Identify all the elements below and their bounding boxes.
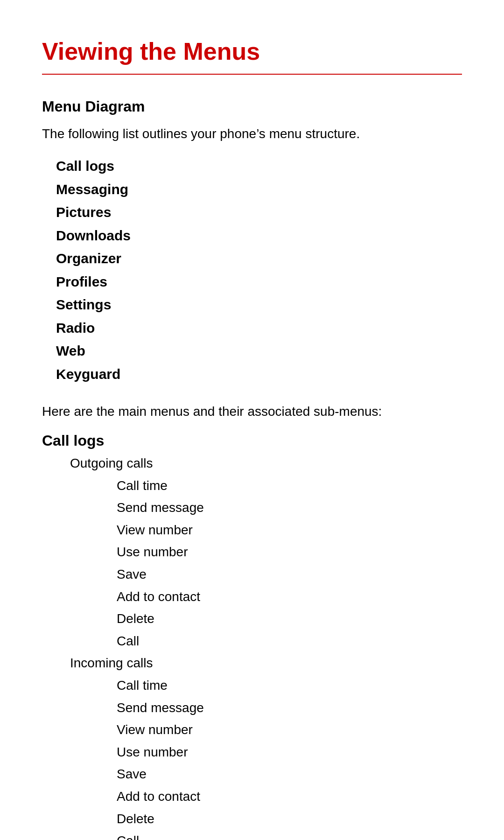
outgoing-view-number: View number (117, 519, 462, 541)
incoming-calls-label: Incoming calls (70, 652, 462, 674)
incoming-save: Save (117, 763, 462, 785)
intro-text: The following list outlines your phone’s… (42, 126, 462, 141)
outgoing-use-number: Use number (117, 541, 462, 563)
menu-item-downloads: Downloads (56, 224, 462, 247)
call-logs-section: Call logs Outgoing calls Call time Send … (42, 432, 462, 840)
outgoing-calls-label: Outgoing calls (70, 452, 462, 475)
incoming-delete: Delete (117, 808, 462, 830)
menu-item-profiles: Profiles (56, 270, 462, 294)
menu-item-organizer: Organizer (56, 247, 462, 270)
incoming-call: Call (117, 830, 462, 840)
menu-item-pictures: Pictures (56, 201, 462, 224)
outgoing-call-time: Call time (117, 475, 462, 497)
menu-item-messaging: Messaging (56, 178, 462, 201)
incoming-use-number: Use number (117, 741, 462, 763)
menu-item-settings: Settings (56, 293, 462, 316)
outgoing-send-message: Send message (117, 497, 462, 519)
menu-item-radio: Radio (56, 316, 462, 340)
incoming-send-message: Send message (117, 697, 462, 719)
menu-item-call-logs: Call logs (56, 154, 462, 178)
incoming-call-time: Call time (117, 674, 462, 697)
incoming-add-to-contact: Add to contact (117, 785, 462, 808)
call-logs-label: Call logs (42, 432, 462, 449)
here-text: Here are the main menus and their associ… (42, 404, 462, 419)
menu-item-keyguard: Keyguard (56, 363, 462, 386)
outgoing-add-to-contact: Add to contact (117, 586, 462, 608)
outgoing-save: Save (117, 563, 462, 586)
page-title: Viewing the Menus (42, 37, 462, 65)
menu-item-web: Web (56, 339, 462, 363)
incoming-view-number: View number (117, 719, 462, 741)
title-rule (42, 74, 462, 75)
outgoing-delete: Delete (117, 608, 462, 630)
main-menu-list: Call logs Messaging Pictures Downloads O… (56, 154, 462, 385)
section-heading: Menu Diagram (42, 98, 462, 115)
outgoing-call: Call (117, 630, 462, 652)
page-container: Viewing the Menus Menu Diagram The follo… (0, 0, 504, 840)
